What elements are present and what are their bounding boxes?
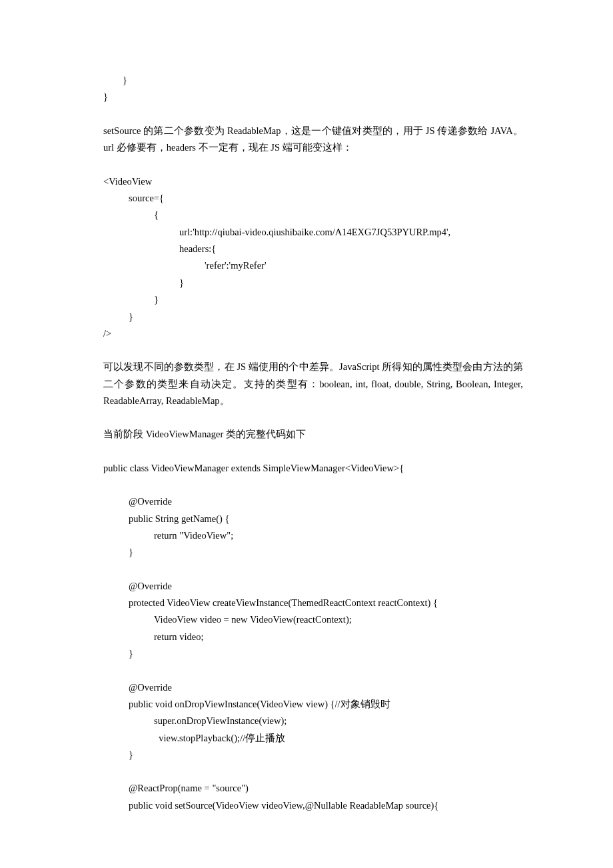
code-line: /> xyxy=(103,325,523,342)
code-line: 'refer':'myRefer' xyxy=(103,257,523,274)
code-line: public class VideoViewManager extends Si… xyxy=(103,460,523,477)
paragraph: 可以发现不同的参数类型，在 JS 端使用的个中差异。JavaScript 所得知… xyxy=(103,359,523,409)
code-line: } xyxy=(103,275,523,291)
spacer xyxy=(103,157,523,173)
code-line: protected VideoView createViewInstance(T… xyxy=(103,595,523,611)
code-line: <VideoView xyxy=(103,173,523,190)
paragraph: setSource 的第二个参数变为 ReadableMap，这是一个键值对类型… xyxy=(103,123,523,157)
code-line: headers:{ xyxy=(103,241,523,257)
code-line: } xyxy=(103,291,523,308)
spacer xyxy=(103,763,523,780)
code-line: } xyxy=(103,89,523,105)
code-line: return "VideoView"; xyxy=(103,527,523,544)
code-line: VideoView video = new VideoView(reactCon… xyxy=(103,611,523,628)
spacer xyxy=(103,106,523,123)
code-line: view.stopPlayback();//停止播放 xyxy=(103,730,523,747)
spacer xyxy=(103,443,523,460)
code-line: url:'http://qiubai-video.qiushibaike.com… xyxy=(103,224,523,241)
spacer xyxy=(103,409,523,426)
code-line: public void onDropViewInstance(VideoView… xyxy=(103,696,523,713)
paragraph: 当前阶段 VideoViewManager 类的完整代码如下 xyxy=(103,426,523,443)
document-page: } } setSource 的第二个参数变为 ReadableMap，这是一个键… xyxy=(0,0,613,868)
code-line: return video; xyxy=(103,629,523,645)
code-line: } xyxy=(103,72,523,89)
code-line: { xyxy=(103,207,523,223)
code-line: public void setSource(VideoView videoVie… xyxy=(103,797,523,814)
code-line: @ReactProp(name = "source") xyxy=(103,780,523,797)
spacer xyxy=(103,561,523,578)
code-line: public String getName() { xyxy=(103,511,523,527)
spacer xyxy=(103,342,523,359)
code-line: super.onDropViewInstance(view); xyxy=(103,713,523,729)
code-line: } xyxy=(103,544,523,561)
code-line: @Override xyxy=(103,578,523,595)
code-line: } xyxy=(103,309,523,325)
code-line: source={ xyxy=(103,190,523,207)
spacer xyxy=(103,477,523,493)
code-line: } xyxy=(103,747,523,763)
code-line: @Override xyxy=(103,679,523,696)
code-line: } xyxy=(103,645,523,662)
spacer xyxy=(103,663,523,679)
code-line: @Override xyxy=(103,493,523,510)
